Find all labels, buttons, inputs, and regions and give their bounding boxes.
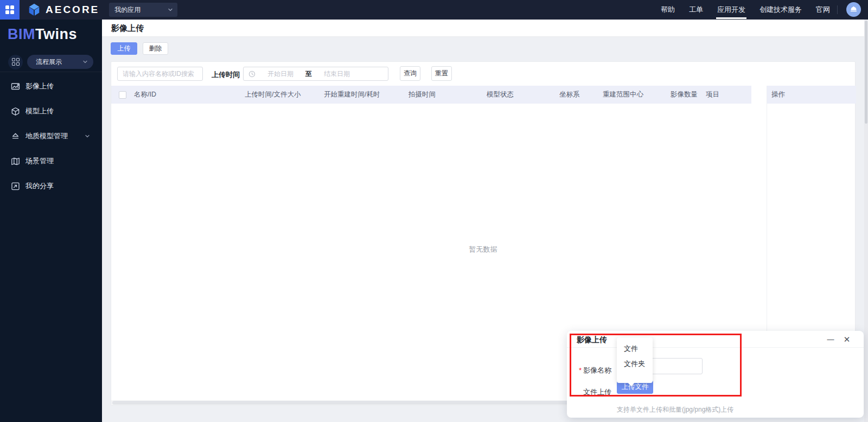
select-all-checkbox[interactable] xyxy=(119,91,126,99)
end-date-input[interactable] xyxy=(312,70,362,78)
vertical-scrollbar xyxy=(864,20,868,422)
user-avatar[interactable] xyxy=(846,2,861,17)
logo-bim: BIM xyxy=(8,26,35,42)
nav-link-official-site[interactable]: 官网 xyxy=(816,0,830,20)
nav-link-tech-service[interactable]: 创建技术服务 xyxy=(760,0,802,20)
column-header: 开始重建时间/耗时 xyxy=(324,90,409,99)
app-select-value: 我的应用 xyxy=(114,5,168,15)
sidebar-item-label: 我的分享 xyxy=(25,181,54,191)
column-header: 坐标系 xyxy=(559,90,603,99)
sidebar-separator xyxy=(0,72,102,72)
reset-button[interactable]: 重置 xyxy=(431,66,452,81)
sidebar-menu: 影像上传 模型上传 地质模型管理 xyxy=(0,74,102,199)
apps-grid-button[interactable] xyxy=(0,0,20,20)
sidebar-item-scene-mgmt[interactable]: 场景管理 xyxy=(0,149,102,174)
search-input[interactable] xyxy=(117,67,203,81)
chevron-down-icon xyxy=(85,133,90,139)
brand-name: AECORE xyxy=(46,4,99,16)
column-header: 项目 xyxy=(706,90,751,99)
column-header: 重建范围中心 xyxy=(603,90,671,99)
logo-twins: Twins xyxy=(35,26,77,42)
required-mark: * xyxy=(579,366,582,374)
layout-grid-button[interactable] xyxy=(8,55,23,69)
nav-link-app-dev[interactable]: 应用开发 xyxy=(717,0,745,20)
column-header-actions: 操作 xyxy=(771,90,785,99)
nav-link-help[interactable]: 帮助 xyxy=(661,0,675,20)
column-header: 影像数量 xyxy=(671,90,706,99)
clock-icon xyxy=(248,71,256,78)
flow-display-value: 流程展示 xyxy=(36,57,82,67)
start-date-input[interactable] xyxy=(256,70,305,78)
apps-grid-icon xyxy=(5,5,14,14)
column-header: 上传时间/文件大小 xyxy=(245,90,324,99)
sidebar-item-my-shares[interactable]: 我的分享 xyxy=(0,174,102,199)
vertical-scrollbar-thumb[interactable] xyxy=(865,21,867,124)
table-header: 名称/ID 上传时间/文件大小 开始重建时间/耗时 拍摄时间 模型状态 坐标系 … xyxy=(111,86,855,104)
select-all-cell xyxy=(111,91,134,99)
minimize-icon[interactable]: — xyxy=(826,334,835,344)
popup-item-folder[interactable]: 文件夹 xyxy=(617,356,653,372)
query-button[interactable]: 查询 xyxy=(400,66,420,81)
sidebar-item-image-upload[interactable]: 影像上传 xyxy=(0,74,102,99)
sidebar: BIMTwins 流程展示 影像上传 xyxy=(0,20,102,422)
page-header: 影像上传 xyxy=(102,20,864,37)
dialog-title: 影像上传 xyxy=(577,335,607,345)
share-doc-icon xyxy=(11,182,20,191)
sidebar-item-label: 影像上传 xyxy=(25,81,54,91)
file-upload-label: 文件上传 xyxy=(567,387,611,397)
date-range-picker[interactable]: 至 xyxy=(243,67,388,81)
dialog-header: 影像上传 — ✕ xyxy=(567,331,864,348)
chevron-down-icon xyxy=(168,7,173,12)
image-name-label: *影像名称 xyxy=(567,366,611,375)
table-empty-text: 暂无数据 xyxy=(111,245,855,254)
top-navbar: AECORE 我的应用 帮助 工单 应用开发 创建技术服务 官网 xyxy=(0,0,868,20)
sidebar-item-label: 场景管理 xyxy=(25,156,54,166)
app-select-dropdown[interactable]: 我的应用 xyxy=(109,3,177,17)
filter-bar: 上传时间 至 查询 重置 xyxy=(111,62,855,86)
delete-button[interactable]: 删除 xyxy=(143,42,168,55)
sidebar-logo: BIMTwins xyxy=(8,26,77,43)
app-root: AECORE 我的应用 帮助 工单 应用开发 创建技术服务 官网 BIMTwin… xyxy=(0,0,868,422)
column-header: 拍摄时间 xyxy=(409,90,487,99)
flow-display-dropdown[interactable]: 流程展示 xyxy=(27,55,93,69)
flow-row: 流程展示 xyxy=(0,51,102,73)
upload-type-popup: 文件 文件夹 xyxy=(617,337,653,383)
image-upload-dialog: 影像上传 — ✕ *影像名称 文件上传 上传文件 支持单文件上传和批量(jpg/… xyxy=(567,331,864,418)
page-title: 影像上传 xyxy=(111,23,144,34)
sidebar-item-model-upload[interactable]: 模型上传 xyxy=(0,99,102,124)
sidebar-item-geo-model[interactable]: 地质模型管理 xyxy=(0,124,102,149)
cube-icon xyxy=(11,107,20,116)
table-header-fixed: 操作 xyxy=(767,86,856,104)
upload-button[interactable]: 上传 xyxy=(111,42,137,55)
navbar-links: 帮助 工单 应用开发 创建技术服务 官网 xyxy=(661,0,830,20)
table-header-main: 名称/ID 上传时间/文件大小 开始重建时间/耗时 拍摄时间 模型状态 坐标系 … xyxy=(111,86,751,104)
map-icon xyxy=(11,157,20,166)
layers-icon xyxy=(11,132,20,141)
date-to-label: 至 xyxy=(305,69,312,79)
column-header: 模型状态 xyxy=(487,90,559,99)
upload-time-label: 上传时间 xyxy=(212,70,240,80)
close-icon[interactable]: ✕ xyxy=(842,334,852,344)
upload-hint: 支持单文件上传和批量(jpg/png格式)上传 xyxy=(617,405,733,414)
brand-cube-icon xyxy=(27,3,41,17)
dialog-controls: — ✕ xyxy=(826,334,852,344)
sidebar-item-label: 地质模型管理 xyxy=(25,131,68,141)
sidebar-item-label: 模型上传 xyxy=(25,106,54,116)
column-header: 名称/ID xyxy=(134,90,245,99)
popup-item-file[interactable]: 文件 xyxy=(617,341,653,356)
nav-link-workorder[interactable]: 工单 xyxy=(689,0,703,20)
navbar-divider xyxy=(837,5,838,14)
image-upload-icon xyxy=(11,82,20,91)
chevron-down-icon xyxy=(82,59,88,65)
brand[interactable]: AECORE xyxy=(27,3,99,17)
helmet-icon xyxy=(849,5,858,14)
grid-icon xyxy=(12,58,20,66)
